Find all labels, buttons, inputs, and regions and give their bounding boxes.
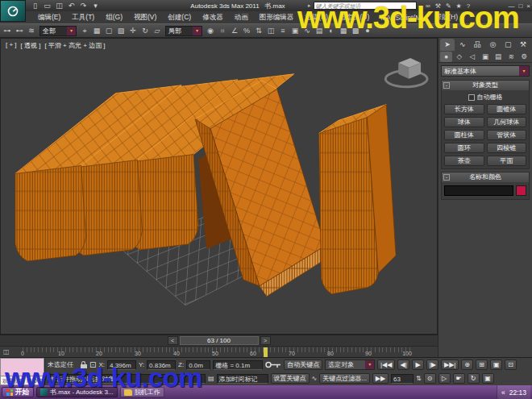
help-icon[interactable]: ? bbox=[467, 2, 470, 10]
z-coordinate-field[interactable]: 0.0m bbox=[186, 360, 210, 370]
menu-create[interactable]: 创建(C) bbox=[162, 13, 197, 23]
zoom-extents-all-icon[interactable]: ⊡ bbox=[505, 360, 517, 370]
tab-utilities-icon[interactable]: ⚒ bbox=[516, 39, 530, 51]
box-button[interactable]: 长方体 bbox=[444, 104, 484, 114]
dropdown-arrow-icon[interactable]: ▾ bbox=[365, 360, 374, 369]
cone-button[interactable]: 圆锥体 bbox=[487, 104, 527, 114]
new-file-icon[interactable]: ▯ bbox=[31, 2, 39, 10]
zoom-icon[interactable]: ⊕ bbox=[461, 360, 473, 370]
viewcube[interactable] bbox=[385, 58, 427, 87]
subtab-shapes-icon[interactable]: ◇ bbox=[453, 52, 465, 62]
minimize-button[interactable]: — bbox=[508, 2, 514, 10]
selection-set-dropdown[interactable]: 选定对象 ▾ bbox=[325, 360, 375, 370]
render-setup-icon[interactable]: ▦ bbox=[338, 27, 349, 35]
menu-group[interactable]: 组(G) bbox=[100, 13, 128, 23]
window-crossing-icon[interactable]: ▧ bbox=[115, 27, 127, 35]
dropdown-arrow-icon[interactable]: ▾ bbox=[67, 27, 76, 35]
subtab-systems-icon[interactable]: ⚙ bbox=[518, 52, 530, 62]
key-filters-button[interactable]: 关键点过滤器... bbox=[319, 373, 370, 384]
tab-create-icon[interactable]: ➤ bbox=[440, 39, 455, 51]
plane-button[interactable]: 平面 bbox=[487, 156, 527, 166]
mirror-icon[interactable]: ◫ bbox=[265, 27, 276, 35]
viewport-menu-plus[interactable]: [ + ] bbox=[6, 41, 17, 50]
listener-output[interactable]: 欢迎使用 MAXS bbox=[0, 376, 44, 385]
menu-views[interactable]: 视图(V) bbox=[128, 13, 162, 23]
subtab-geometry-icon[interactable]: ● bbox=[440, 52, 452, 62]
open-mini-curve-editor-icon[interactable]: ◫ bbox=[3, 348, 10, 355]
search-flyout-icon[interactable]: ▸ bbox=[308, 2, 311, 9]
dropdown-arrow-icon[interactable]: ▾ bbox=[519, 66, 529, 76]
menu-help[interactable]: 帮助(H) bbox=[429, 13, 463, 23]
sphere-button[interactable]: 球体 bbox=[444, 117, 484, 127]
subtab-spacewarps-icon[interactable]: ≋ bbox=[505, 52, 517, 62]
app-logo-icon[interactable] bbox=[0, 0, 26, 22]
tube-button[interactable]: 管状体 bbox=[487, 130, 527, 140]
orbit-icon[interactable]: ↻ bbox=[468, 373, 480, 384]
key-curve-icon[interactable]: ∿ bbox=[312, 375, 318, 382]
selection-lock-icon[interactable] bbox=[81, 361, 87, 368]
book-5[interactable] bbox=[319, 105, 397, 294]
tab-modify-icon[interactable]: ∿ bbox=[455, 39, 470, 51]
time-slider[interactable]: < 63 / 100 > bbox=[0, 335, 438, 346]
curve-editor-icon[interactable]: ∿ bbox=[301, 27, 313, 35]
menu-edit[interactable]: 编辑(E) bbox=[32, 13, 66, 23]
torus-button[interactable]: 圆环 bbox=[444, 143, 484, 153]
select-by-name-icon[interactable]: ▦ bbox=[91, 27, 102, 35]
material-editor-icon[interactable]: ◐ bbox=[326, 27, 337, 35]
clock[interactable]: 22:13 bbox=[509, 389, 526, 397]
subtab-lights-icon[interactable]: ◁ bbox=[466, 52, 478, 62]
time-slider-value[interactable]: 63 / 100 bbox=[180, 336, 259, 345]
subtab-cameras-icon[interactable]: ▣ bbox=[479, 52, 491, 62]
current-frame-field[interactable]: 63 bbox=[391, 374, 414, 384]
time-configuration-icon[interactable]: ⊙ bbox=[424, 373, 436, 384]
viewport-menu-view[interactable]: [ 透视 ] bbox=[21, 41, 41, 50]
go-to-end-button[interactable]: ▶▶| bbox=[441, 360, 459, 370]
reference-coordinate-dropdown[interactable]: 局部 ▾ bbox=[165, 26, 202, 36]
set-keys-key-icon[interactable] bbox=[265, 361, 281, 368]
close-button[interactable]: × bbox=[526, 2, 530, 10]
percent-snap-icon[interactable]: % bbox=[241, 27, 252, 35]
listener-macro-pane[interactable] bbox=[0, 358, 44, 376]
select-and-rotate-icon[interactable]: ↻ bbox=[139, 27, 151, 35]
set-key-button[interactable]: 设置关键点 bbox=[271, 373, 310, 384]
taskbar-task-3dsmax[interactable]: 书.max - Autodesk 3... bbox=[36, 387, 118, 397]
qat-flyout-icon[interactable]: ▾ bbox=[91, 2, 100, 10]
object-name-input[interactable] bbox=[444, 185, 513, 196]
maxscript-mini-listener[interactable]: 欢迎使用 MAXS bbox=[0, 358, 45, 385]
track-bar[interactable]: ◫ 0 10 20 30 40 50 60 70 80 90 100 bbox=[0, 346, 438, 357]
collapse-icon[interactable]: - bbox=[443, 174, 450, 181]
rectangular-selection-icon[interactable]: ▢ bbox=[103, 27, 114, 35]
select-and-scale-icon[interactable]: ▱ bbox=[152, 27, 163, 35]
angle-snap-icon[interactable]: ∠ bbox=[229, 27, 240, 35]
favorites-icon[interactable]: ★ bbox=[456, 2, 462, 10]
undo-icon[interactable]: ↶ bbox=[67, 2, 76, 10]
align-icon[interactable]: ≡ bbox=[277, 27, 289, 35]
previous-frame-button[interactable]: ◀| bbox=[397, 360, 409, 370]
maximize-viewport-toggle-icon[interactable]: ▣ bbox=[482, 373, 494, 384]
use-pivot-center-icon[interactable]: ◉ bbox=[205, 27, 216, 35]
tab-display-icon[interactable]: ▢ bbox=[501, 39, 515, 51]
frame-spinner[interactable]: ⇅ bbox=[416, 375, 422, 382]
teapot-button[interactable]: 茶壶 bbox=[444, 156, 484, 166]
communication-icon[interactable]: ✎ bbox=[446, 2, 451, 10]
object-type-header[interactable]: - 对象类型 bbox=[442, 81, 529, 90]
maximize-button[interactable]: □ bbox=[518, 2, 522, 10]
cylinder-button[interactable]: 圆柱体 bbox=[444, 130, 484, 140]
search-icon[interactable]: ∞ bbox=[426, 2, 430, 10]
tray-collapse-icon[interactable]: « bbox=[501, 389, 505, 397]
x-coordinate-field[interactable]: 4.396m bbox=[107, 360, 136, 370]
menu-graph-editors[interactable]: 图形编辑器 bbox=[254, 13, 300, 23]
pan-view-icon[interactable]: ☛ bbox=[453, 373, 465, 384]
absolute-mode-icon[interactable]: ⊡ bbox=[89, 360, 96, 369]
open-file-icon[interactable]: ▭ bbox=[43, 2, 52, 10]
auto-key-button[interactable]: 自动关键点 bbox=[284, 360, 322, 370]
next-frame-button[interactable]: > bbox=[260, 336, 271, 345]
select-object-icon[interactable]: ⌖ bbox=[79, 27, 90, 35]
play-button[interactable]: ▶ bbox=[412, 360, 424, 370]
zoom-all-icon[interactable]: ⊞ bbox=[476, 360, 488, 370]
zoom-extents-icon[interactable]: ▣ bbox=[490, 360, 502, 370]
select-and-move-icon[interactable]: ✛ bbox=[127, 27, 139, 35]
search-input[interactable] bbox=[314, 2, 417, 10]
field-of-view-icon[interactable]: ▷ bbox=[438, 373, 451, 384]
collapse-icon[interactable]: - bbox=[443, 82, 450, 89]
